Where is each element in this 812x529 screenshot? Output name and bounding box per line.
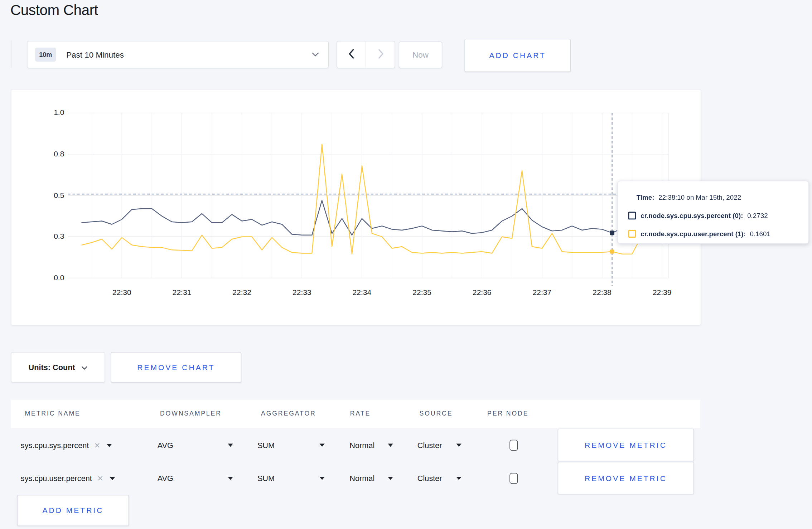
add-chart-button[interactable]: ADD CHART	[464, 39, 571, 72]
chart-tooltip: Time: 22:38:10 on Mar 15th, 2022 cr.node…	[617, 181, 809, 244]
units-select[interactable]: Units: Count	[11, 352, 105, 383]
col-metric-name: METRIC NAME	[25, 410, 80, 417]
tooltip-sys-value: 0.2732	[747, 212, 768, 220]
source-select[interactable]: Cluster	[417, 474, 442, 483]
tooltip-sys-label: cr.node.sys.cpu.sys.percent (0):	[641, 212, 743, 220]
source-select[interactable]: Cluster	[417, 441, 442, 450]
time-range-label: Past 10 Minutes	[66, 50, 124, 59]
remove-x-icon[interactable]: ✕	[94, 441, 101, 449]
tooltip-user-label: cr.node.sys.cpu.user.percent (1):	[641, 230, 746, 238]
tooltip-time-label: Time:	[637, 194, 654, 202]
custom-chart-page: Custom Chart 10m Past 10 Minutes Now ADD…	[0, 0, 812, 529]
col-per-node: PER NODE	[487, 410, 528, 417]
remove-chart-button[interactable]: REMOVE CHART	[111, 352, 242, 383]
next-time-button[interactable]	[366, 42, 395, 68]
col-aggregator: AGGREGATOR	[261, 410, 316, 417]
col-downsampler: DOWNSAMPLER	[160, 410, 222, 417]
time-range-select[interactable]: 10m Past 10 Minutes	[27, 41, 329, 68]
y-tick-label: 0.5	[33, 191, 64, 199]
prev-time-button[interactable]	[337, 42, 366, 68]
caret-down-icon[interactable]	[228, 444, 233, 447]
sys-series-swatch-icon	[628, 212, 636, 220]
x-tick-label: 22:38	[584, 288, 620, 297]
caret-down-icon[interactable]	[456, 444, 461, 447]
x-tick-label: 22:39	[644, 288, 680, 297]
metrics-table-header: METRIC NAME DOWNSAMPLER AGGREGATOR RATE …	[11, 400, 700, 428]
metric-name-select[interactable]: sys.cpu.user.percent ✕	[21, 474, 115, 483]
y-tick-label: 0.8	[33, 150, 64, 158]
time-nav	[337, 41, 395, 68]
x-tick-label: 22:33	[284, 288, 320, 297]
add-metric-button[interactable]: ADD METRIC	[17, 495, 129, 526]
rate-select[interactable]: Normal	[349, 474, 374, 483]
downsampler-select[interactable]: AVG	[158, 474, 173, 483]
caret-down-icon	[107, 444, 112, 447]
x-tick-label: 22:32	[224, 288, 260, 297]
timeseries-plot[interactable]	[68, 113, 669, 287]
chevron-down-icon	[312, 52, 319, 57]
aggregator-select[interactable]: SUM	[257, 474, 275, 483]
caret-down-icon	[110, 477, 115, 480]
y-tick-label: 0.3	[33, 232, 64, 240]
x-tick-label: 22:31	[164, 288, 200, 297]
aggregator-select[interactable]: SUM	[257, 441, 275, 450]
chevron-right-icon	[376, 48, 385, 62]
remove-metric-button[interactable]: REMOVE METRIC	[558, 429, 694, 461]
x-tick-label: 22:35	[404, 288, 440, 297]
caret-down-icon[interactable]	[388, 477, 393, 480]
page-title: Custom Chart	[10, 2, 98, 19]
x-tick-label: 22:37	[524, 288, 560, 297]
y-tick-label: 1.0	[33, 108, 64, 116]
units-label: Units: Count	[29, 363, 75, 372]
caret-down-icon[interactable]	[388, 444, 393, 447]
y-tick-label: 0.0	[33, 273, 64, 282]
col-rate: RATE	[350, 410, 371, 417]
chevron-left-icon	[347, 48, 356, 62]
tooltip-user-value: 0.1601	[750, 230, 770, 238]
downsampler-select[interactable]: AVG	[158, 441, 173, 450]
per-node-checkbox[interactable]	[509, 440, 518, 451]
chevron-down-icon	[81, 363, 87, 372]
remove-x-icon[interactable]: ✕	[97, 474, 103, 482]
remove-metric-button[interactable]: REMOVE METRIC	[558, 462, 694, 494]
caret-down-icon[interactable]	[228, 477, 233, 480]
tooltip-time-value: 22:38:10 on Mar 15th, 2022	[658, 194, 741, 202]
toolbar-divider	[11, 40, 11, 68]
caret-down-icon[interactable]	[319, 444, 324, 447]
time-range-badge: 10m	[35, 48, 56, 62]
x-tick-label: 22:34	[344, 288, 380, 297]
metric-name-value: sys.cpu.user.percent	[21, 474, 92, 483]
caret-down-icon[interactable]	[319, 477, 324, 480]
now-button[interactable]: Now	[399, 42, 443, 68]
user-series-swatch-icon	[628, 230, 636, 238]
rate-select[interactable]: Normal	[349, 441, 374, 450]
x-tick-label: 22:30	[104, 288, 140, 297]
metric-name-value: sys.cpu.sys.percent	[21, 441, 89, 450]
x-tick-label: 22:36	[464, 288, 500, 297]
metric-name-select[interactable]: sys.cpu.sys.percent ✕	[21, 441, 112, 450]
per-node-checkbox[interactable]	[509, 473, 518, 484]
caret-down-icon[interactable]	[456, 477, 461, 480]
col-source: SOURCE	[420, 410, 453, 417]
